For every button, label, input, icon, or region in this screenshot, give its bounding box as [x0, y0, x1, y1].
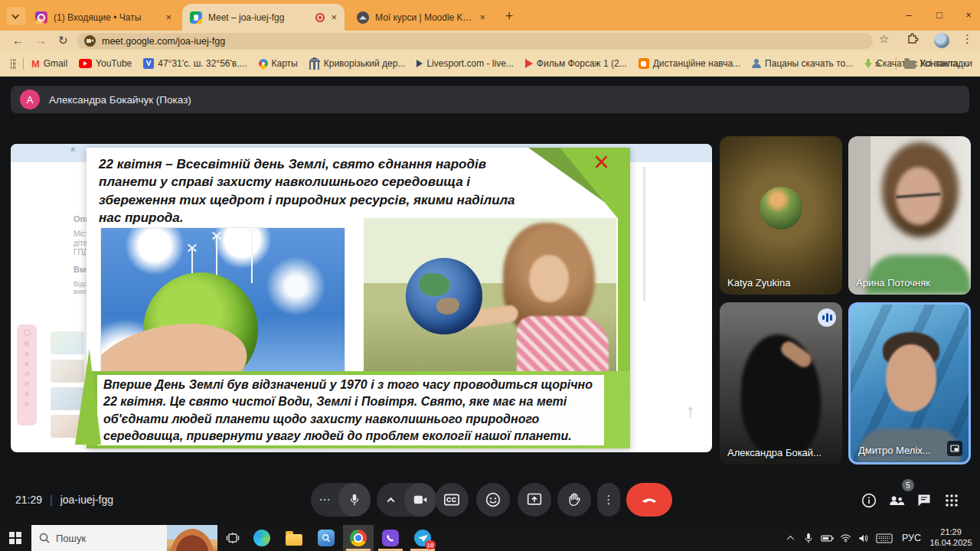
telegram-icon: 18 — [414, 530, 431, 546]
tab-close-icon[interactable]: × — [165, 11, 172, 23]
tray-expand-icon[interactable] — [781, 529, 799, 547]
forward-button[interactable]: → — [35, 34, 47, 47]
bookmark-coords[interactable]: 47°31'с. ш. 32°56'в.... — [143, 58, 247, 69]
tray-volume-icon[interactable] — [854, 529, 873, 547]
taskbar-explorer[interactable] — [279, 525, 309, 551]
taskbar-edge[interactable] — [247, 525, 277, 551]
wind-turbine-icon — [251, 230, 253, 283]
window-minimize-button[interactable]: – — [896, 0, 922, 29]
taskbar-telegram[interactable]: 18 — [407, 525, 438, 551]
important-ribbon[interactable]: Важливо — [17, 324, 37, 425]
tab-close-icon[interactable]: × — [331, 11, 337, 23]
participant-name: Katya Zyukina — [727, 277, 790, 289]
page-scroll-hint — [643, 167, 645, 301]
tray-battery-icon[interactable] — [818, 529, 836, 547]
tab-title: Мої курси | Moodle KDPU — [375, 12, 473, 23]
search-highlight-image[interactable] — [167, 525, 217, 551]
raise-hand-button[interactable] — [557, 483, 591, 517]
start-button[interactable] — [9, 532, 21, 544]
address-bar[interactable]: meet.google.com/joa-iuej-fgg — [77, 33, 873, 49]
popup-close-icon[interactable]: × — [593, 146, 609, 178]
tray-clock[interactable]: 21:29 16.04.2025 — [927, 527, 975, 549]
mic-options-icon[interactable]: ⋯ — [311, 493, 338, 507]
bookmark-maps[interactable]: Карты — [259, 58, 298, 69]
window-maximize-button[interactable]: □ — [926, 0, 952, 29]
meeting-details-button[interactable] — [859, 491, 879, 510]
info-icon — [24, 329, 31, 336]
play-red-icon — [525, 59, 533, 68]
girl-face — [529, 255, 569, 302]
participant-tile-dmytro[interactable]: Дмитро Меліх... — [848, 302, 971, 465]
bookmark-gmail[interactable]: MGmail — [31, 58, 67, 70]
leave-call-button[interactable] — [626, 483, 672, 517]
more-options-button[interactable]: ⋮ — [597, 483, 620, 517]
participant-tile-arina[interactable]: Арина Поточняк — [848, 136, 971, 295]
bookmarks-overflow-button[interactable]: » — [874, 57, 880, 70]
meet-stage: A Александра Бокайчук (Показ) * Опь Міст… — [0, 77, 980, 525]
tab-close-icon[interactable]: × — [479, 11, 485, 23]
mic-button[interactable] — [338, 483, 371, 517]
taskbar-viber[interactable] — [375, 525, 406, 551]
meet-favicon-icon — [190, 11, 202, 24]
tray-language[interactable]: РУС — [902, 533, 921, 543]
captions-button[interactable] — [435, 483, 469, 517]
scroll-to-top-button[interactable]: ↑ — [686, 400, 695, 422]
bookmark-star-icon[interactable]: ☆ — [879, 32, 889, 46]
tab-title: Meet – joa-iuej-fgg — [208, 12, 309, 23]
url-text[interactable]: meet.google.com/joa-iuej-fgg — [102, 36, 225, 47]
tab-instagram[interactable]: (1) Входящие • Чаты × — [28, 4, 179, 31]
all-bookmarks-button[interactable]: Усі закладки — [904, 58, 972, 69]
participant-avatar — [760, 187, 802, 230]
activities-button[interactable] — [942, 491, 962, 510]
back-button[interactable]: ← — [12, 34, 24, 47]
screenshare-surface: * Опь Міст діте ГПД Вмі Відоб викл Важли… — [11, 144, 712, 452]
profile-avatar[interactable] — [934, 33, 949, 48]
tray-time: 21:29 — [927, 527, 975, 538]
instagram-favicon-icon — [35, 11, 47, 24]
taskbar-search-app[interactable] — [311, 525, 341, 551]
bookmark-youtube[interactable]: YouTube — [79, 58, 132, 69]
camera-button[interactable] — [404, 483, 436, 517]
taskbar-search[interactable]: Пошук — [31, 525, 217, 551]
mic-control[interactable]: ⋯ — [311, 483, 371, 517]
tab-capture-icon — [84, 35, 96, 47]
meeting-info: 21:29 | joa-iuej-fgg — [15, 494, 113, 506]
tab-meet[interactable]: Meet – joa-iuej-fgg × — [182, 4, 345, 31]
bookmark-film[interactable]: Фильм Форсаж 1 (2... — [525, 58, 627, 69]
tab-moodle[interactable]: Мої курси | Moodle KDPU × — [349, 4, 493, 31]
snowflake-icon: * — [70, 145, 75, 159]
bookmarks-bar: MGmail YouTube 47°31'с. ш. 32°56'в.... К… — [0, 51, 980, 77]
reload-button[interactable]: ↻ — [58, 34, 68, 47]
people-panel-button[interactable] — [887, 491, 906, 510]
extensions-icon[interactable] — [906, 32, 919, 47]
bookmark-livesport[interactable]: Livesport.com - live... — [416, 58, 513, 69]
bookmark-distance-learning[interactable]: Дистанційне навча... — [639, 58, 740, 69]
tab-search-button[interactable] — [6, 7, 26, 25]
task-view-button[interactable] — [224, 529, 242, 547]
apps-grid-icon[interactable] — [11, 59, 15, 69]
camera-control[interactable] — [377, 483, 436, 517]
tray-wifi-icon[interactable] — [836, 529, 854, 547]
new-tab-button[interactable]: + — [499, 6, 519, 26]
participant-tile-oleksandra[interactable]: Александра Бокай... — [720, 302, 842, 465]
bookmark-university[interactable]: Криворізький дер... — [309, 58, 406, 70]
presenter-name: Александра Бокайчук (Показ) — [49, 94, 191, 106]
play-outline-icon — [416, 60, 423, 67]
tray-mic-icon[interactable] — [799, 529, 818, 547]
taskbar-chrome[interactable] — [343, 525, 374, 551]
camera-options-icon[interactable] — [377, 497, 404, 503]
participant-tile-katya[interactable]: Katya Zyukina — [720, 136, 842, 295]
gmail-icon: M — [31, 58, 40, 70]
green-stripe — [618, 218, 630, 373]
youtube-icon — [79, 59, 92, 68]
presenter-banner[interactable]: A Александра Бокайчук (Показ) — [11, 86, 969, 113]
browser-menu-icon[interactable]: ⋮ — [962, 32, 973, 46]
participant-video — [886, 344, 936, 412]
reactions-button[interactable] — [476, 483, 510, 517]
window-close-button[interactable]: × — [956, 0, 980, 29]
bookmark-patsany[interactable]: Пацаны скачать то... — [752, 58, 853, 69]
tray-keyboard-icon[interactable] — [873, 529, 896, 547]
present-button[interactable] — [518, 483, 551, 517]
chat-panel-button[interactable] — [914, 491, 934, 510]
file-explorer-icon — [286, 534, 302, 546]
